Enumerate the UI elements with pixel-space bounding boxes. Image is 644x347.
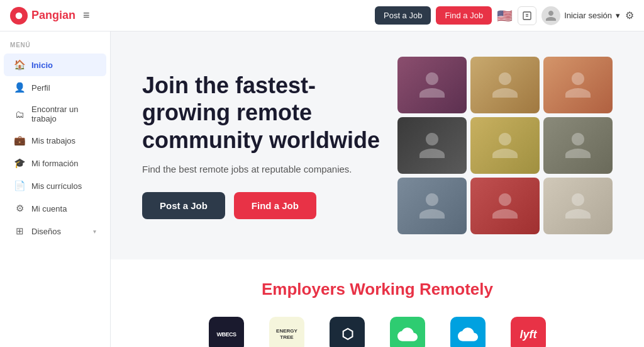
photo-cell-5 [470,117,540,174]
hero-text: Join the fastest-growing remote communit… [142,72,394,219]
sidebar-item-disenos[interactable]: ⊞ Diseños ▾ [4,220,106,242]
briefcase-icon: 🗂 [14,109,25,120]
sidebar-item-mi-formacion[interactable]: 🎓 Mi formación [4,152,106,174]
sidebar: MENÚ 🏠 Inicio 👤 Perfil 🗂 Encontrar un tr… [0,31,111,347]
grid-icon: ⊞ [14,225,25,237]
sidebar-item-mi-cuenta[interactable]: ⚙ Mi cuenta [4,197,106,220]
topnav-post-job-button[interactable]: Post a Job [375,6,431,25]
layout: MENÚ 🏠 Inicio 👤 Perfil 🗂 Encontrar un tr… [0,31,644,347]
notifications-icon[interactable] [518,6,536,25]
hero-post-job-button[interactable]: Post a Job [142,192,225,219]
sidebar-menu-label: MENÚ [0,42,110,54]
employers-section: Employers Working Remotely WBECS ENERGY … [111,259,644,347]
logo[interactable]: Pangian [10,7,75,25]
home-icon: 🏠 [14,59,25,71]
sidebar-label-mi-cuenta: Mi cuenta [31,204,96,213]
sidebar-label-encontrar: Encontrar un trabajo [31,105,96,123]
employer-logo-cloud [390,317,425,347]
employer-logo-wbecs: WBECS [209,317,244,347]
hero-find-job-button[interactable]: Find a Job [234,192,316,219]
photo-cell-3 [543,57,613,113]
chevron-down-icon: ▾ [93,228,96,235]
person-icon: 👤 [14,82,25,93]
photo-cell-2 [470,57,540,113]
sidebar-label-mis-curriculos: Mis currículos [31,181,96,191]
photo-cell-7 [397,178,467,234]
photo-cell-1 [397,57,467,113]
logo-text: Pangian [31,9,75,22]
employer-logo-3dicon: ⬡ [330,317,365,347]
employers-title: Employers Working Remotely [136,280,619,299]
logo-icon [10,7,28,25]
photo-cell-8 [470,178,540,234]
sidebar-label-perfil: Perfil [31,83,96,93]
employer-logo-energytree: ENERGY TREE [269,317,304,347]
sidebar-label-mis-trabajos: Mis trabajos [31,136,96,145]
sidebar-item-encontrar[interactable]: 🗂 Encontrar un trabajo [4,99,106,129]
document-icon: 📄 [14,180,25,191]
topnav: Pangian ≡ Post a Job Find a Job 🇺🇸 Inici… [0,0,644,31]
sidebar-item-perfil[interactable]: 👤 Perfil [4,76,106,99]
hero-actions: Post a Job Find a Job [142,192,394,219]
sidebar-label-mi-formacion: Mi formación [31,159,96,168]
employer-logo-salesforce [450,317,486,347]
topnav-left: Pangian ≡ [10,7,90,25]
user-label: Iniciar sesión [564,11,612,20]
settings-icon[interactable]: ⚙ [625,9,634,21]
hamburger-icon[interactable]: ≡ [83,9,90,22]
work-icon: 💼 [14,135,25,146]
photo-cell-4 [397,117,467,174]
language-flag-icon[interactable]: 🇺🇸 [497,8,513,23]
user-menu-button[interactable]: Iniciar sesión ▾ [541,6,620,25]
education-icon: 🎓 [14,157,25,169]
sidebar-label-inicio: Inicio [31,60,96,70]
topnav-right: Post a Job Find a Job 🇺🇸 Iniciar sesión … [375,6,634,25]
sidebar-label-disenos: Diseños [31,227,87,236]
employer-logos: WBECS ENERGY TREE ⬡ lyft [136,317,619,347]
user-dropdown-arrow: ▾ [616,11,620,20]
topnav-find-job-button[interactable]: Find a Job [436,6,492,25]
main-content: Join the fastest-growing remote communit… [111,31,644,347]
sidebar-item-mis-trabajos[interactable]: 💼 Mis trabajos [4,129,106,152]
sidebar-item-inicio[interactable]: 🏠 Inicio [4,54,106,76]
photo-cell-9 [543,178,613,234]
hero-subtitle: Find the best remote jobs at reputable c… [142,164,394,174]
employer-logo-lyft: lyft [511,317,546,347]
photo-grid [397,57,613,234]
photo-cell-6 [543,117,613,174]
hero-section: Join the fastest-growing remote communit… [111,31,644,259]
svg-point-0 [16,12,23,19]
avatar [541,6,560,25]
sidebar-item-mis-curriculos[interactable]: 📄 Mis currículos [4,174,106,197]
account-icon: ⚙ [14,203,25,214]
hero-title: Join the fastest-growing remote communit… [142,72,394,154]
